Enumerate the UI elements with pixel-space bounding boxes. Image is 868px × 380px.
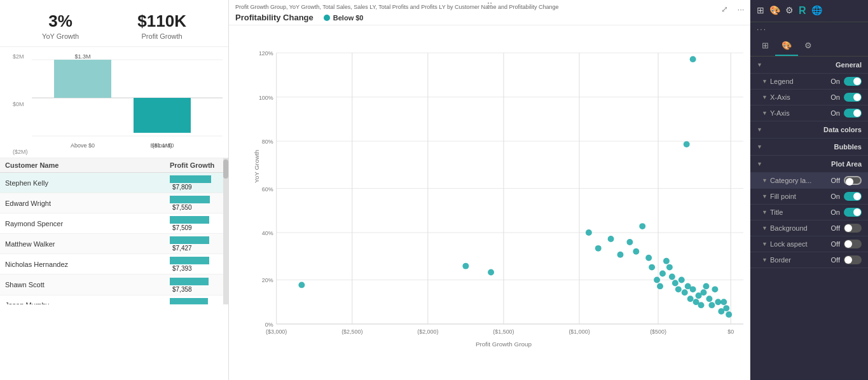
scatter-point	[649, 264, 655, 271]
background-row-label: Background	[770, 224, 831, 232]
scrollbar[interactable]	[223, 158, 228, 304]
scroll-thumb[interactable]	[223, 159, 228, 179]
tab-format[interactable]: 🎨	[775, 36, 798, 56]
format-icon[interactable]: 🎨	[769, 5, 780, 17]
lock-aspect-row-value: Off	[831, 240, 840, 248]
background-row-value: Off	[831, 224, 840, 232]
svg-text:Above $0: Above $0	[71, 142, 95, 149]
scatter-point	[708, 302, 715, 308]
profit-growth-kpi: $110K Profit Growth	[137, 11, 186, 40]
drag-handle[interactable]: ⠿	[486, 1, 493, 11]
chart-controls: ⤢ ···	[718, 3, 747, 15]
table-cell-name: Edward Wright	[0, 193, 165, 214]
profit-growth-value: $110K	[137, 11, 186, 31]
table-row: Stephen Kelly$7,809	[0, 173, 228, 193]
legend-toggle[interactable]	[844, 77, 862, 86]
bar-chart-svg: $1.3M ($1.1M) Above $0 Below $0	[32, 53, 223, 142]
chevron-fill-point: ▼	[762, 193, 768, 200]
more-options-dots[interactable]: ···	[750, 22, 868, 36]
scatter-point	[595, 245, 602, 252]
yoy-growth-value: 3%	[42, 11, 79, 31]
scatter-point	[663, 258, 670, 264]
more-options-icon[interactable]: ···	[734, 3, 747, 15]
table-cell-name: Shawn Scott	[0, 275, 165, 295]
scatter-point	[666, 264, 673, 271]
background-toggle-knob	[844, 224, 852, 232]
chevron-background: ▼	[762, 225, 768, 231]
x-axis-toggle[interactable]	[844, 93, 862, 102]
svg-text:120%: 120%	[259, 50, 273, 57]
section-plot-area[interactable]: ▼ Plot Area	[750, 156, 868, 173]
section-data-colors[interactable]: ▼ Data colors	[750, 121, 868, 139]
scatter-point	[684, 141, 690, 147]
fields-icon[interactable]: ⊞	[757, 5, 764, 17]
expand-icon[interactable]: ⤢	[718, 3, 731, 15]
left-panel: 3% YoY Growth $110K Profit Growth $2M $0…	[0, 0, 229, 380]
row-lock-aspect: ▼ Lock aspect Off	[750, 236, 868, 252]
y-axis-toggle[interactable]	[844, 109, 862, 118]
chart-area: YoY Growth 120% 100% 80% 60% 40% 20% 0%	[229, 25, 750, 380]
scatter-chart-panel: ⠿ ⤢ ··· Profit Growth Group, YoY Growth,…	[229, 0, 750, 380]
r-icon[interactable]: R	[799, 5, 806, 17]
title-toggle-knob	[853, 208, 861, 216]
analytics-icon[interactable]: ⚙	[785, 5, 794, 17]
section-bubbles[interactable]: ▼ Bubbles	[750, 139, 868, 156]
lock-aspect-toggle[interactable]	[844, 240, 862, 248]
row-border: ▼ Border Off	[750, 252, 868, 268]
scatter-point	[657, 283, 663, 289]
chevron-legend: ▼	[762, 78, 768, 85]
scatter-point	[633, 248, 639, 255]
chevron-lock-aspect: ▼	[762, 241, 768, 247]
x-axis-row-value: On	[830, 93, 840, 101]
svg-text:($2,000): ($2,000)	[417, 329, 438, 335]
section-data-colors-label: Data colors	[823, 126, 862, 133]
chevron-border: ▼	[762, 257, 768, 263]
border-row-value: Off	[831, 256, 840, 264]
bar-below-zero	[134, 98, 191, 133]
chevron-x-axis: ▼	[762, 94, 768, 100]
chevron-plot-area: ▼	[757, 161, 762, 167]
y-label-neg2m: ($2M)	[13, 149, 28, 155]
border-toggle[interactable]	[844, 255, 862, 264]
y-axis-row-label: Y-Axis	[770, 109, 830, 117]
table-cell-bar: $7,427	[165, 234, 228, 254]
scatter-point	[712, 286, 718, 292]
scatter-point	[679, 277, 685, 283]
chart-title: Profitability Change	[235, 13, 313, 22]
tab-analytics[interactable]: ⚙	[798, 36, 818, 56]
table-cell-name: Raymond Spencer	[0, 214, 165, 234]
svg-text:60%: 60%	[262, 186, 273, 193]
chevron-category-label: ▼	[762, 177, 768, 184]
yoy-growth-kpi: 3% YoY Growth	[42, 11, 79, 40]
legend-item-below-zero: Below $0	[324, 14, 364, 22]
scatter-point	[659, 271, 666, 277]
table-cell-name: Jason Murphy	[0, 295, 165, 304]
row-legend: ▼ Legend On	[750, 74, 868, 90]
scatter-point	[682, 289, 688, 295]
svg-text:($2,500): ($2,500)	[341, 329, 362, 335]
kpi-section: 3% YoY Growth $110K Profit Growth	[0, 0, 228, 47]
category-label-row-value: Off	[831, 177, 840, 184]
row-background: ▼ Background Off	[750, 221, 868, 236]
chevron-bubbles: ▼	[757, 144, 762, 150]
globe-icon[interactable]: 🌐	[811, 5, 822, 17]
border-row-label: Border	[770, 256, 831, 264]
svg-text:($1,500): ($1,500)	[493, 329, 514, 335]
scatter-point	[298, 282, 305, 288]
section-general[interactable]: ▼ General	[750, 57, 868, 74]
lock-aspect-toggle-knob	[844, 240, 852, 248]
fill-point-toggle[interactable]	[844, 192, 862, 201]
tab-fields[interactable]: ⊞	[755, 36, 775, 56]
category-label-toggle[interactable]	[844, 176, 862, 185]
y-axis-toggle-knob	[853, 109, 861, 117]
title-row-value: On	[830, 208, 840, 216]
table-cell-bar: $7,809	[165, 173, 228, 193]
table-row: Edward Wright$7,550	[0, 193, 228, 214]
scatter-point	[723, 305, 729, 311]
svg-text:100%: 100%	[259, 95, 273, 101]
title-toggle[interactable]	[844, 208, 862, 217]
scatter-point	[715, 299, 721, 305]
scatter-point	[617, 252, 624, 258]
table-cell-bar: $7,550	[165, 193, 228, 214]
background-toggle[interactable]	[844, 224, 862, 233]
